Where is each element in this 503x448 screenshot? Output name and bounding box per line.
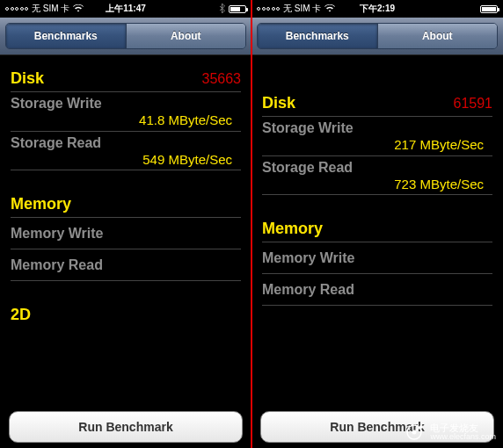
storage-write-label: Storage Write [262,120,492,136]
section-2d: 2D [11,297,241,328]
memory-title: Memory [11,195,71,213]
storage-write-value: 41.8 MByte/Sec [11,112,241,129]
watermark: 电子发烧友 www.elecfans.com [404,422,496,443]
disk-score: 61591 [454,96,493,112]
comparison-divider [251,0,252,448]
bluetooth-icon [219,4,225,15]
memory-write-label: Memory Write [11,226,104,242]
wifi-icon [324,4,335,14]
svg-point-1 [412,430,417,435]
tab-benchmarks[interactable]: Benchmarks [6,24,126,48]
tab-benchmarks[interactable]: Benchmarks [258,24,377,48]
memory-title: Memory [262,220,323,238]
disk-title: Disk [262,94,295,112]
content-area: Disk 35663 Storage Write 41.8 MByte/Sec … [0,55,252,411]
signal-dots-icon [5,7,28,11]
row-memory-read: Memory Read [262,274,492,306]
section-memory: Memory [262,211,492,242]
row-storage-write: Storage Write 217 MByte/Sec [262,117,492,156]
tab-about[interactable]: About [126,24,246,48]
memory-read-label: Memory Read [11,257,103,273]
signal-dots-icon [257,7,280,11]
content-area: Disk 61591 Storage Write 217 MByte/Sec S… [252,55,503,411]
carrier-label: 无 SIM 卡 [283,3,321,15]
storage-read-label: Storage Read [11,135,241,151]
storage-write-value: 217 MByte/Sec [262,136,492,154]
storage-write-label: Storage Write [11,96,241,112]
row-storage-read: Storage Read 723 MByte/Sec [262,156,492,196]
segmented-bar: Benchmarks About [0,18,252,55]
storage-read-label: Storage Read [262,160,492,176]
watermark-url: www.elecfans.com [430,433,496,442]
disk-score: 35663 [202,71,242,87]
tab-about[interactable]: About [377,24,498,48]
storage-read-value: 549 MByte/Sec [11,151,241,169]
run-benchmark-button[interactable]: Run Benchmark [9,411,243,443]
status-bar: 无 SIM 卡 上午11:47 [0,0,252,18]
status-bar: 无 SIM 卡 下午2:19 [252,0,503,18]
carrier-label: 无 SIM 卡 [32,3,69,15]
battery-icon [229,5,246,13]
memory-read-label: Memory Read [262,282,354,298]
twod-title: 2D [11,306,31,324]
section-memory: Memory [11,186,241,218]
row-storage-read: Storage Read 549 MByte/Sec [11,132,241,171]
row-memory-read: Memory Read [11,249,241,281]
section-disk: Disk 35663 [11,61,241,92]
row-memory-write: Memory Write [11,218,241,249]
disk-title: Disk [11,69,44,88]
section-disk: Disk 61591 [262,85,492,117]
memory-write-label: Memory Write [262,250,355,266]
phone-left: 无 SIM 卡 上午11:47 Benchmarks About Disk [0,0,252,448]
row-storage-write: Storage Write 41.8 MByte/Sec [11,92,241,132]
battery-icon [480,5,498,13]
wifi-icon [73,4,84,14]
storage-read-value: 723 MByte/Sec [262,176,492,193]
row-memory-write: Memory Write [262,242,492,274]
phone-right: 无 SIM 卡 下午2:19 Benchmarks About Disk 615… [252,0,503,448]
segmented-bar: Benchmarks About [252,18,503,55]
elecfans-logo-icon [404,422,425,443]
